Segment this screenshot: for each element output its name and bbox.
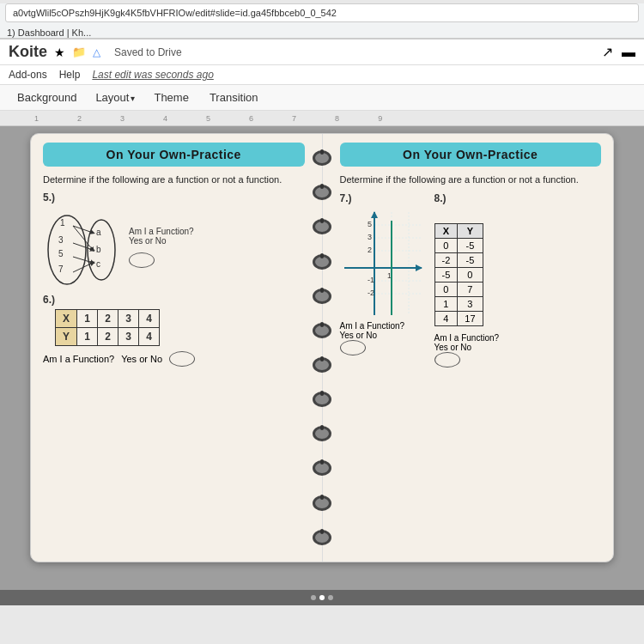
layout-label: Layout [95,91,129,104]
spiral-binding [310,134,334,562]
table-y-3: 3 [118,328,139,346]
ring-1 [313,150,331,166]
svg-text:-2: -2 [368,289,374,297]
footer-dot-1[interactable] [311,595,316,600]
app-title-text: Koite [9,43,47,61]
ruler: 1 2 3 4 5 6 7 8 9 [0,111,644,126]
am-i-function-5: Am I a Function? [129,227,194,236]
background-button[interactable]: Background [9,88,85,106]
problem-5: 5.) 1 3 5 7 a b [43,191,305,289]
ring-11 [313,495,331,511]
toolbar: Background Layout Theme Transition [0,85,644,111]
ring-8 [313,392,331,407]
table8-r6c1: 4 [434,312,458,326]
table8-r5c2: 3 [458,297,483,312]
problem-7-label: 7.) [340,192,352,204]
menu-addons[interactable]: Add-ons [9,67,47,82]
problem-6-label: 6.) [43,294,55,306]
svg-text:a: a [96,228,101,237]
svg-text:c: c [96,259,100,269]
table-y-1: 1 [77,328,98,346]
footer-dot-3[interactable] [328,595,333,600]
function-label-7: Am I a Function? Yes or No [340,321,426,357]
problems-right-top: 7.) [340,191,602,369]
am-i-function-8: Am I a Function? [434,333,500,343]
table-8: X Y 0 -5 -2 -5 -5 0 [434,223,483,326]
last-edit-label: Last edit was seconds ago [92,67,213,82]
transition-button[interactable]: Transition [201,88,267,106]
bottom-yes-no: Yes or No [121,354,162,364]
table-header-y: Y [56,328,77,346]
left-page: On Your Own-Practice Determine if the fo… [31,134,323,562]
drive-icon[interactable] [93,46,100,58]
oval-diagram: 1 3 5 7 a b c [43,207,305,289]
svg-text:3: 3 [58,235,64,245]
tab-bar: 1) Dashboard | Kh... [0,26,644,39]
answer-oval-8[interactable] [434,352,460,368]
svg-text:1: 1 [60,218,65,228]
bottom-am-i: Am I a Function? [43,354,114,364]
ring-5 [313,289,331,304]
table-y-2: 2 [98,328,118,346]
svg-marker-26 [416,264,422,271]
star-icon[interactable] [54,46,65,59]
browser-chrome: a0vtgWlil5cOPszh9HjK9gk4K5fbVHFRIOw/edit… [0,3,644,39]
theme-button[interactable]: Theme [145,88,197,106]
svg-text:b: b [96,245,101,254]
ring-10 [313,460,331,476]
ring-9 [313,426,331,441]
saved-to-drive-label: Saved to Drive [114,46,182,58]
svg-marker-25 [371,211,378,218]
right-page: On Your Own-Practice Determine if the fo… [323,134,614,562]
layout-arrow [131,91,135,104]
answer-oval-7[interactable] [340,340,366,355]
svg-text:5: 5 [58,249,64,258]
table-x-3: 3 [118,310,139,328]
ring-6 [313,323,331,338]
chat-icon[interactable] [622,45,635,60]
problem-8-container: 8.) X Y 0 -5 -2 -5 [434,191,500,369]
app-title: Koite [9,43,47,61]
footer-dots [311,595,333,600]
url-bar: a0vtgWlil5cOPszh9HjK9gk4K5fbVHFRIOw/edit… [5,3,639,22]
bottom-answer-oval[interactable] [169,351,195,367]
ring-7 [313,357,331,373]
answer-oval-5[interactable] [129,252,155,268]
yes-or-no-5: Yes or No [129,236,194,246]
table-header-x: X [56,310,77,328]
svg-point-0 [48,216,86,284]
table8-header-x: X [434,224,458,239]
function-label-5: Am I a Function? Yes or No [129,227,194,270]
menu-help[interactable]: Help [59,67,81,82]
graph-7: 5 3 2 -1 -2 1 [340,208,426,319]
header-right [602,44,635,60]
xy-table-6: X 1 2 3 4 Y 1 2 3 4 [55,309,160,346]
yes-or-no-7: Yes or No [340,331,426,340]
table8-r3c1: -5 [434,268,458,283]
svg-text:7: 7 [58,264,64,274]
table8-r4c1: 0 [434,283,458,297]
svg-text:-1: -1 [368,276,374,284]
table-x-4: 4 [139,310,160,328]
function-label-8: Am I a Function? Yes or No [434,333,500,369]
problem-6: 6.) X 1 2 3 4 Y 1 2 3 4 [43,294,305,346]
problem-5-label: 5.) [43,191,55,204]
footer-dot-2[interactable] [319,595,325,600]
left-page-header: On Your Own-Practice [43,143,305,167]
svg-text:2: 2 [368,246,372,254]
layout-dropdown[interactable]: Layout [88,88,142,106]
svg-text:5: 5 [368,220,372,228]
graph-icon[interactable] [602,44,613,60]
folder-icon[interactable] [72,46,86,58]
app-header: Koite Saved to Drive [0,39,644,65]
slide-area: On Your Own-Practice Determine if the fo… [0,126,644,590]
table8-r6c2: 17 [458,312,483,326]
svg-line-12 [73,257,93,263]
table8-r2c1: -2 [434,253,458,268]
table8-r4c2: 7 [458,283,483,297]
table-x-1: 1 [77,310,98,328]
slide-footer [0,590,644,605]
ruler-marks: 1 2 3 4 5 6 7 8 9 [9,114,635,123]
ring-12 [313,530,331,545]
table-y-4: 4 [139,328,160,346]
